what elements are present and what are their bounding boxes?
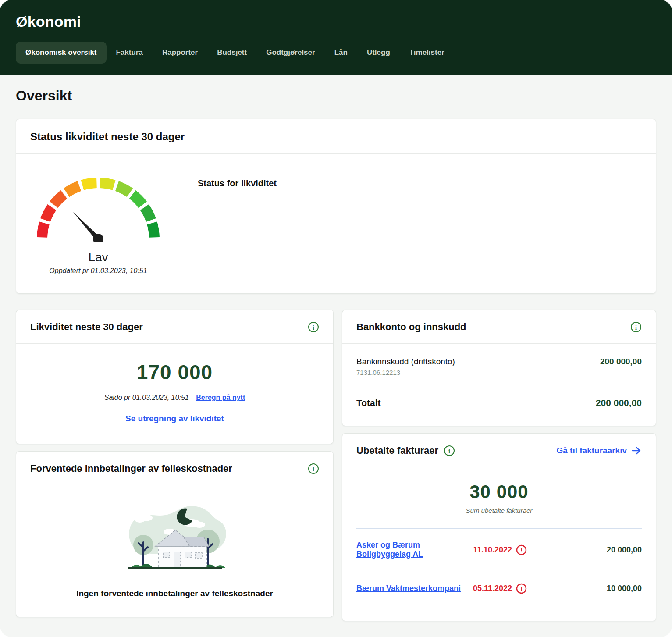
- invoice-due-date: 11.10.2022: [473, 545, 512, 555]
- gauge-segment: [147, 221, 160, 237]
- page-title: Oversikt: [16, 88, 656, 104]
- invoices-sum: 30 000: [342, 481, 656, 502]
- right-column: Bankkonto og innskudd i Bankinnskudd (dr…: [342, 310, 656, 621]
- svg-text:!: !: [520, 546, 523, 554]
- gauge-segment: [129, 190, 147, 208]
- invoice-row: Bærum Vaktmesterkompani 05.11.2022 ! 10 …: [356, 571, 642, 606]
- svg-text:i: i: [313, 466, 314, 473]
- invoice-list: Asker og Bærum Boligbyggelag AL 11.10.20…: [356, 528, 642, 621]
- gauge-segment: [50, 190, 67, 208]
- info-icon[interactable]: i: [630, 321, 642, 333]
- svg-text:!: !: [520, 585, 523, 592]
- svg-text:i: i: [635, 324, 637, 331]
- warning-icon: !: [516, 583, 527, 594]
- house-illustration: [118, 497, 232, 583]
- app-title: Økonomi: [16, 13, 656, 30]
- account-info: Bankinnskudd (driftskonto) 7131.06.12213: [356, 357, 455, 376]
- divider: [356, 387, 642, 387]
- expected-card-body: Ingen forventede innbetalinger av felles…: [16, 485, 333, 617]
- gauge-updated-text: Oppdatert pr 01.03.2023, 10:51: [30, 267, 166, 275]
- tab-budsjett[interactable]: Budsjett: [207, 42, 256, 64]
- cards-grid: Likviditet neste 30 dager i 170 000 Sald…: [16, 310, 656, 621]
- status-card-title: Status likviditet neste 30 dager: [30, 131, 185, 143]
- liquidity-card-title: Likviditet neste 30 dager: [30, 321, 143, 333]
- total-label: Totalt: [356, 398, 381, 408]
- expected-card-header: Forventede innbetalinger av felleskostna…: [16, 452, 333, 485]
- warning-icon: !: [516, 544, 527, 555]
- invoices-title-group: Ubetalte fakturaer i: [356, 445, 455, 456]
- invoices-sum-label: Sum ubetalte fakturaer: [342, 507, 656, 514]
- app-header: Økonomi Økonomisk oversikt Faktura Rappo…: [0, 0, 672, 75]
- liquidity-card-header: Likviditet neste 30 dager i: [16, 310, 333, 344]
- account-number: 7131.06.12213: [356, 369, 455, 376]
- tab-lan[interactable]: Lån: [325, 42, 357, 64]
- invoice-link[interactable]: Asker og Bærum Boligbyggelag AL: [356, 541, 423, 559]
- bank-card-title: Bankkonto og innskudd: [356, 321, 466, 333]
- gauge-wrap: Lav Oppdatert pr 01.03.2023, 10:51: [30, 166, 166, 275]
- see-calculation-link[interactable]: Se utregning av likviditet: [125, 414, 224, 423]
- account-amount: 200 000,00: [600, 357, 642, 367]
- liquidity-card-body: 170 000 Saldo pr 01.03.2023, 10:51 Bereg…: [16, 344, 333, 444]
- tab-utlegg[interactable]: Utlegg: [357, 42, 400, 64]
- liquidity-calc-row: Se utregning av likviditet: [30, 414, 319, 423]
- screen: Økonomi Økonomisk oversikt Faktura Rappo…: [0, 0, 672, 637]
- total-row: Totalt 200 000,00: [356, 398, 642, 408]
- liquidity-card: Likviditet neste 30 dager i 170 000 Sald…: [16, 310, 334, 444]
- archive-link-group: Gå til fakturaarkiv: [556, 446, 642, 456]
- recalculate-link[interactable]: Beregn på nytt: [196, 394, 245, 401]
- gauge-status-label: Lav: [30, 250, 166, 264]
- tab-okonomisk-oversikt[interactable]: Økonomisk oversikt: [16, 42, 107, 64]
- liquidity-amount: 170 000: [30, 360, 319, 384]
- invoice-amount: 20 000,00: [567, 545, 642, 555]
- expected-empty-text: Ingen forventede innbetalinger av felles…: [30, 589, 319, 598]
- bank-card-body: Bankinnskudd (driftskonto) 7131.06.12213…: [342, 344, 656, 426]
- invoices-sum-block: 30 000 Sum ubetalte fakturaer: [342, 466, 656, 514]
- arrow-right-icon: [631, 446, 642, 456]
- gauge-segment: [81, 178, 96, 190]
- invoice-due-cell: 11.10.2022 !: [473, 544, 567, 555]
- main-nav: Økonomisk oversikt Faktura Rapporter Bud…: [16, 42, 656, 64]
- invoice-amount: 10 000,00: [567, 584, 642, 593]
- tab-faktura[interactable]: Faktura: [107, 42, 153, 64]
- invoice-row: Asker og Bærum Boligbyggelag AL 11.10.20…: [356, 528, 642, 571]
- svg-text:i: i: [448, 448, 450, 455]
- saldo-text: Saldo pr 01.03.2023, 10:51: [104, 394, 189, 401]
- main-content: Oversikt Status likviditet neste 30 dage…: [0, 88, 672, 637]
- gauge-segment: [37, 221, 50, 237]
- gauge-segment: [115, 181, 133, 197]
- invoice-due-date: 05.11.2022: [473, 584, 512, 593]
- liquidity-gauge: [32, 166, 164, 242]
- gauge-segment: [64, 181, 81, 197]
- total-amount: 200 000,00: [596, 398, 642, 408]
- left-column: Likviditet neste 30 dager i 170 000 Sald…: [16, 310, 334, 617]
- status-liquidity-card: Status likviditet neste 30 dager Lav Opp…: [16, 119, 656, 294]
- status-card-body: Lav Oppdatert pr 01.03.2023, 10:51 Statu…: [16, 154, 656, 293]
- info-icon[interactable]: i: [444, 445, 455, 456]
- svg-text:i: i: [313, 324, 314, 331]
- invoice-name-cell: Asker og Bærum Boligbyggelag AL: [356, 541, 473, 559]
- status-side-label: Status for likviditet: [198, 166, 277, 275]
- account-row: Bankinnskudd (driftskonto) 7131.06.12213…: [356, 357, 642, 376]
- tab-godtgjorelser[interactable]: Godtgjørelser: [256, 42, 324, 64]
- unpaid-invoices-card: Ubetalte fakturaer i Gå til fakturaarkiv: [342, 433, 656, 621]
- account-name: Bankinnskudd (driftskonto): [356, 357, 455, 367]
- expected-payments-card: Forventede innbetalinger av felleskostna…: [16, 451, 334, 617]
- invoice-link[interactable]: Bærum Vaktmesterkompani: [356, 584, 461, 593]
- status-card-header: Status likviditet neste 30 dager: [16, 119, 656, 154]
- invoice-due-cell: 05.11.2022 !: [473, 583, 567, 594]
- invoices-card-header: Ubetalte fakturaer i Gå til fakturaarkiv: [342, 434, 656, 466]
- invoice-name-cell: Bærum Vaktmesterkompani: [356, 584, 473, 593]
- tab-timelister[interactable]: Timelister: [400, 42, 454, 64]
- gauge-segment: [140, 204, 156, 222]
- liquidity-meta: Saldo pr 01.03.2023, 10:51 Beregn på nyt…: [30, 394, 319, 402]
- bank-account-card: Bankkonto og innskudd i Bankinnskudd (dr…: [342, 310, 656, 426]
- expected-card-title: Forventede innbetalinger av felleskostna…: [30, 463, 232, 474]
- invoice-archive-link[interactable]: Gå til fakturaarkiv: [556, 446, 627, 456]
- invoices-card-title: Ubetalte fakturaer: [356, 445, 438, 456]
- tab-rapporter[interactable]: Rapporter: [153, 42, 207, 64]
- info-icon[interactable]: i: [308, 463, 319, 474]
- info-icon[interactable]: i: [308, 321, 319, 333]
- bank-card-header: Bankkonto og innskudd i: [342, 310, 656, 344]
- gauge-segment: [100, 178, 115, 190]
- gauge-segment: [40, 204, 56, 222]
